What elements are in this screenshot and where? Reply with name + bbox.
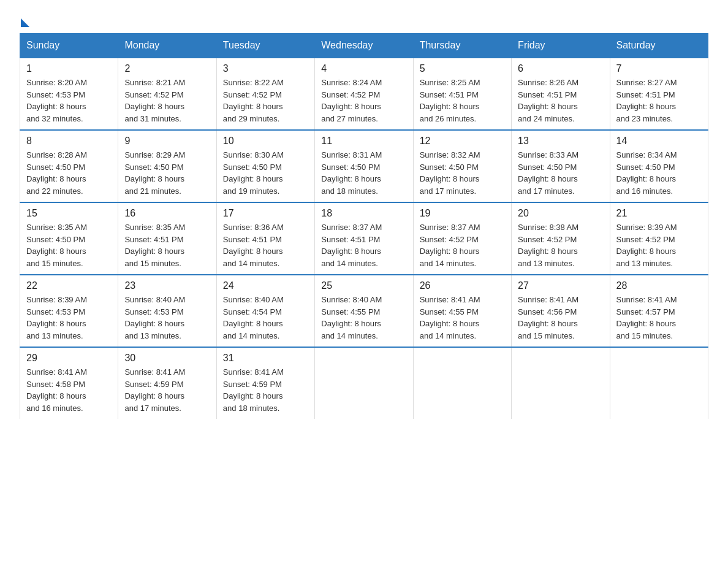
day-info: Sunrise: 8:40 AMSunset: 4:54 PMDaylight:… <box>223 294 308 342</box>
day-number: 8 <box>26 136 112 147</box>
calendar-cell: 16Sunrise: 8:35 AMSunset: 4:51 PMDayligh… <box>118 202 216 275</box>
day-number: 1 <box>26 63 112 74</box>
day-info: Sunrise: 8:39 AMSunset: 4:52 PMDaylight:… <box>616 221 702 269</box>
day-number: 22 <box>26 280 112 291</box>
day-number: 20 <box>518 208 603 219</box>
day-info: Sunrise: 8:34 AMSunset: 4:50 PMDaylight:… <box>616 149 702 197</box>
weekday-header-tuesday: Tuesday <box>216 34 314 58</box>
day-info: Sunrise: 8:41 AMSunset: 4:55 PMDaylight:… <box>420 294 505 342</box>
day-number: 13 <box>518 136 603 147</box>
calendar-cell: 3Sunrise: 8:22 AMSunset: 4:52 PMDaylight… <box>216 58 314 130</box>
day-info: Sunrise: 8:22 AMSunset: 4:52 PMDaylight:… <box>223 77 308 124</box>
day-info: Sunrise: 8:41 AMSunset: 4:57 PMDaylight:… <box>616 294 702 342</box>
day-info: Sunrise: 8:32 AMSunset: 4:50 PMDaylight:… <box>420 149 505 197</box>
day-number: 15 <box>26 208 112 219</box>
day-info: Sunrise: 8:40 AMSunset: 4:55 PMDaylight:… <box>321 294 406 342</box>
weekday-header-friday: Friday <box>512 34 610 58</box>
calendar-cell: 15Sunrise: 8:35 AMSunset: 4:50 PMDayligh… <box>20 202 118 275</box>
day-number: 18 <box>321 208 406 219</box>
calendar-cell <box>512 347 610 419</box>
day-number: 16 <box>124 208 210 219</box>
day-number: 11 <box>321 136 406 147</box>
day-info: Sunrise: 8:37 AMSunset: 4:52 PMDaylight:… <box>420 221 505 269</box>
calendar-cell: 11Sunrise: 8:31 AMSunset: 4:50 PMDayligh… <box>315 130 413 202</box>
day-number: 23 <box>124 280 210 291</box>
calendar-cell: 10Sunrise: 8:30 AMSunset: 4:50 PMDayligh… <box>216 130 314 202</box>
weekday-header-thursday: Thursday <box>413 34 511 58</box>
weekday-header-saturday: Saturday <box>610 34 708 58</box>
day-number: 17 <box>223 208 308 219</box>
day-info: Sunrise: 8:37 AMSunset: 4:51 PMDaylight:… <box>321 221 406 269</box>
calendar-cell: 17Sunrise: 8:36 AMSunset: 4:51 PMDayligh… <box>216 202 314 275</box>
day-number: 31 <box>223 353 308 364</box>
calendar-cell: 8Sunrise: 8:28 AMSunset: 4:50 PMDaylight… <box>20 130 118 202</box>
day-info: Sunrise: 8:20 AMSunset: 4:53 PMDaylight:… <box>26 77 112 124</box>
calendar-cell: 19Sunrise: 8:37 AMSunset: 4:52 PMDayligh… <box>413 202 511 275</box>
day-info: Sunrise: 8:35 AMSunset: 4:50 PMDaylight:… <box>26 221 112 269</box>
calendar-cell: 27Sunrise: 8:41 AMSunset: 4:56 PMDayligh… <box>512 275 610 347</box>
day-info: Sunrise: 8:24 AMSunset: 4:52 PMDaylight:… <box>321 77 406 124</box>
logo <box>20 15 29 27</box>
calendar-cell: 20Sunrise: 8:38 AMSunset: 4:52 PMDayligh… <box>512 202 610 275</box>
calendar-cell: 24Sunrise: 8:40 AMSunset: 4:54 PMDayligh… <box>216 275 314 347</box>
day-info: Sunrise: 8:41 AMSunset: 4:56 PMDaylight:… <box>518 294 603 342</box>
day-number: 12 <box>420 136 505 147</box>
day-number: 6 <box>518 63 603 74</box>
day-number: 10 <box>223 136 308 147</box>
day-info: Sunrise: 8:21 AMSunset: 4:52 PMDaylight:… <box>124 77 210 124</box>
calendar-cell: 6Sunrise: 8:26 AMSunset: 4:51 PMDaylight… <box>512 58 610 130</box>
day-info: Sunrise: 8:35 AMSunset: 4:51 PMDaylight:… <box>124 221 210 269</box>
calendar-cell: 31Sunrise: 8:41 AMSunset: 4:59 PMDayligh… <box>216 347 314 419</box>
logo-triangle-icon <box>21 18 29 27</box>
page-header <box>20 15 708 27</box>
day-info: Sunrise: 8:41 AMSunset: 4:59 PMDaylight:… <box>124 366 210 414</box>
day-info: Sunrise: 8:36 AMSunset: 4:51 PMDaylight:… <box>223 221 308 269</box>
calendar-week-row: 8Sunrise: 8:28 AMSunset: 4:50 PMDaylight… <box>20 130 708 202</box>
calendar-week-row: 22Sunrise: 8:39 AMSunset: 4:53 PMDayligh… <box>20 275 708 347</box>
day-number: 5 <box>420 63 505 74</box>
calendar-cell: 25Sunrise: 8:40 AMSunset: 4:55 PMDayligh… <box>315 275 413 347</box>
day-number: 25 <box>321 280 406 291</box>
day-number: 29 <box>26 353 112 364</box>
day-number: 14 <box>616 136 702 147</box>
calendar-cell: 14Sunrise: 8:34 AMSunset: 4:50 PMDayligh… <box>610 130 708 202</box>
calendar-cell: 18Sunrise: 8:37 AMSunset: 4:51 PMDayligh… <box>315 202 413 275</box>
day-info: Sunrise: 8:31 AMSunset: 4:50 PMDaylight:… <box>321 149 406 197</box>
weekday-header-monday: Monday <box>118 34 216 58</box>
day-number: 30 <box>124 353 210 364</box>
day-number: 21 <box>616 208 702 219</box>
day-info: Sunrise: 8:30 AMSunset: 4:50 PMDaylight:… <box>223 149 308 197</box>
calendar-cell: 2Sunrise: 8:21 AMSunset: 4:52 PMDaylight… <box>118 58 216 130</box>
calendar-cell: 7Sunrise: 8:27 AMSunset: 4:51 PMDaylight… <box>610 58 708 130</box>
calendar-cell: 23Sunrise: 8:40 AMSunset: 4:53 PMDayligh… <box>118 275 216 347</box>
calendar-cell: 13Sunrise: 8:33 AMSunset: 4:50 PMDayligh… <box>512 130 610 202</box>
day-info: Sunrise: 8:40 AMSunset: 4:53 PMDaylight:… <box>124 294 210 342</box>
day-number: 24 <box>223 280 308 291</box>
calendar-week-row: 29Sunrise: 8:41 AMSunset: 4:58 PMDayligh… <box>20 347 708 419</box>
day-info: Sunrise: 8:25 AMSunset: 4:51 PMDaylight:… <box>420 77 505 124</box>
calendar-cell: 28Sunrise: 8:41 AMSunset: 4:57 PMDayligh… <box>610 275 708 347</box>
day-number: 7 <box>616 63 702 74</box>
day-info: Sunrise: 8:41 AMSunset: 4:58 PMDaylight:… <box>26 366 112 414</box>
calendar-cell: 1Sunrise: 8:20 AMSunset: 4:53 PMDaylight… <box>20 58 118 130</box>
day-number: 9 <box>124 136 210 147</box>
calendar-cell <box>610 347 708 419</box>
calendar-cell: 26Sunrise: 8:41 AMSunset: 4:55 PMDayligh… <box>413 275 511 347</box>
calendar-cell: 4Sunrise: 8:24 AMSunset: 4:52 PMDaylight… <box>315 58 413 130</box>
day-info: Sunrise: 8:41 AMSunset: 4:59 PMDaylight:… <box>223 366 308 414</box>
day-number: 27 <box>518 280 603 291</box>
day-info: Sunrise: 8:27 AMSunset: 4:51 PMDaylight:… <box>616 77 702 124</box>
calendar-cell: 21Sunrise: 8:39 AMSunset: 4:52 PMDayligh… <box>610 202 708 275</box>
day-info: Sunrise: 8:26 AMSunset: 4:51 PMDaylight:… <box>518 77 603 124</box>
calendar-cell: 22Sunrise: 8:39 AMSunset: 4:53 PMDayligh… <box>20 275 118 347</box>
day-number: 19 <box>420 208 505 219</box>
calendar-table: SundayMondayTuesdayWednesdayThursdayFrid… <box>20 33 708 419</box>
calendar-week-row: 1Sunrise: 8:20 AMSunset: 4:53 PMDaylight… <box>20 58 708 130</box>
calendar-cell: 5Sunrise: 8:25 AMSunset: 4:51 PMDaylight… <box>413 58 511 130</box>
day-info: Sunrise: 8:38 AMSunset: 4:52 PMDaylight:… <box>518 221 603 269</box>
calendar-cell <box>413 347 511 419</box>
day-info: Sunrise: 8:29 AMSunset: 4:50 PMDaylight:… <box>124 149 210 197</box>
day-info: Sunrise: 8:28 AMSunset: 4:50 PMDaylight:… <box>26 149 112 197</box>
day-number: 2 <box>124 63 210 74</box>
calendar-cell: 12Sunrise: 8:32 AMSunset: 4:50 PMDayligh… <box>413 130 511 202</box>
